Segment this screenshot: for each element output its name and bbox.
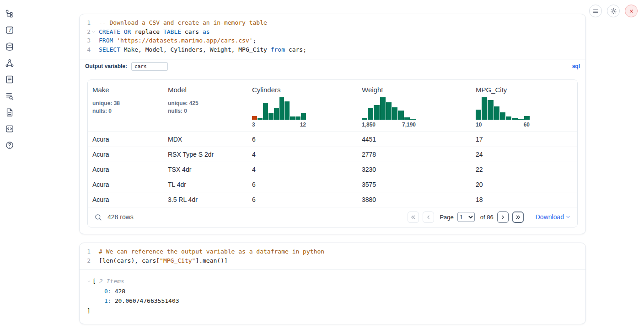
chevron-down-icon xyxy=(565,214,571,220)
column-label: Model xyxy=(168,86,243,94)
axis-max: 7,190 xyxy=(402,122,416,128)
download-button[interactable]: Download xyxy=(536,213,571,221)
column-header-cylinders[interactable]: Cylinders 3 12 xyxy=(247,80,357,132)
stat-nulls: nulls: 0 xyxy=(168,107,243,115)
last-page-button[interactable] xyxy=(512,211,524,223)
cell-weight: 3575 xyxy=(357,177,471,192)
table-of-contents-icon[interactable] xyxy=(5,91,14,100)
snippets-icon[interactable] xyxy=(5,124,14,133)
entry-key: 0 xyxy=(104,286,108,296)
dependencies-icon[interactable] xyxy=(5,58,14,68)
histogram-axis: 3 12 xyxy=(252,122,306,128)
help-icon[interactable] xyxy=(5,141,14,150)
topbar-actions xyxy=(589,5,638,17)
column-header-mpg-city[interactable]: MPG_City 10 60 xyxy=(471,80,578,132)
cell-model: RSX Type S 2dr xyxy=(163,147,247,162)
cell-cylinders: 6 xyxy=(247,132,357,147)
next-page-button[interactable] xyxy=(497,211,509,223)
collapse-chevron-icon[interactable] xyxy=(87,279,92,283)
axis-min: 1,850 xyxy=(362,122,376,128)
fold-slot xyxy=(91,256,96,265)
python-string: "MPG_City" xyxy=(160,257,195,264)
menu-button[interactable] xyxy=(589,5,602,17)
histogram-axis: 10 60 xyxy=(476,122,530,128)
cell-cylinders: 6 xyxy=(247,177,357,192)
fold-slot xyxy=(91,45,96,54)
table-row[interactable]: Acura TL 4dr 6 3575 20 xyxy=(88,177,578,192)
documentation-icon[interactable] xyxy=(5,108,14,117)
data-sources-icon[interactable] xyxy=(5,42,14,51)
line-number: 3 xyxy=(80,36,91,45)
row-count: 428 rows xyxy=(107,213,134,221)
first-page-button[interactable] xyxy=(408,211,419,223)
cell-weight: 2778 xyxy=(357,147,471,162)
cell-model: TL 4dr xyxy=(163,177,247,192)
fold-slot xyxy=(91,36,96,45)
output-variable-row: Output variable: sql xyxy=(80,59,585,74)
sql-keyword: FROM xyxy=(99,37,113,44)
notebook: 1 -- Download a CSV and create an in-mem… xyxy=(79,14,586,324)
axis-min: 10 xyxy=(476,122,482,128)
code-editor[interactable]: 1 # We can reference the output variable… xyxy=(80,243,585,270)
page-select[interactable]: 1 xyxy=(457,212,475,222)
cell-make: Acura xyxy=(88,192,163,207)
sidebar: f xyxy=(0,0,19,150)
output-variable-input[interactable] xyxy=(131,62,168,71)
cell-make: Acura xyxy=(88,147,163,162)
line-number: 4 xyxy=(80,45,91,54)
axis-max: 60 xyxy=(524,122,530,128)
weight-histogram[interactable] xyxy=(362,97,416,120)
histogram-axis: 1,850 7,190 xyxy=(362,122,416,128)
axis-max: 12 xyxy=(300,122,306,128)
cell-cylinders: 4 xyxy=(247,162,357,177)
table-row[interactable]: Acura RSX Type S 2dr 4 2778 24 xyxy=(88,147,578,162)
entry-value: 20.060747663551403 xyxy=(115,296,179,306)
axis-min: 3 xyxy=(252,122,255,128)
sql-keyword: from xyxy=(271,46,285,53)
table-footer: 428 rows Page 1 of 86 xyxy=(88,207,577,227)
mpg-city-histogram[interactable] xyxy=(476,97,530,120)
fold-chevron-icon[interactable] xyxy=(91,27,96,37)
variables-icon[interactable]: f xyxy=(5,26,14,35)
stat-nulls: nulls: 0 xyxy=(92,107,159,115)
cell-model: TSX 4dr xyxy=(163,162,247,177)
cell-model: 3.5 RL 4dr xyxy=(163,192,247,207)
cylinders-histogram[interactable] xyxy=(252,97,306,120)
cell-mpg-city: 20 xyxy=(471,177,578,192)
code-editor[interactable]: 1 -- Download a CSV and create an in-mem… xyxy=(80,14,585,59)
code-line: 1 # We can reference the output variable… xyxy=(80,247,585,256)
cell-cylinders: 4 xyxy=(247,147,357,162)
column-header-make[interactable]: Make unique: 38 nulls: 0 xyxy=(88,80,163,132)
cell-make: Acura xyxy=(88,177,163,192)
column-header-model[interactable]: Model unique: 425 nulls: 0 xyxy=(163,80,247,132)
cell-model: MDX xyxy=(163,132,247,147)
previous-page-button[interactable] xyxy=(423,211,434,223)
column-label: Cylinders xyxy=(252,86,353,94)
table-row[interactable]: Acura TSX 4dr 4 3230 22 xyxy=(88,162,578,177)
sql-keyword: SELECT xyxy=(99,46,120,53)
cell-make: Acura xyxy=(88,132,163,147)
search-icon[interactable] xyxy=(94,213,102,221)
cell-mpg-city: 18 xyxy=(471,192,578,207)
scratchpad-icon[interactable] xyxy=(5,75,14,84)
code-line: 1 -- Download a CSV and create an in-mem… xyxy=(80,18,585,27)
cell-mpg-city: 22 xyxy=(471,162,578,177)
language-badge[interactable]: sql xyxy=(572,63,580,69)
shutdown-button[interactable] xyxy=(625,5,638,17)
cell-mpg-city: 24 xyxy=(471,147,578,162)
dataframe-table: Make unique: 38 nulls: 0 Model unique: 4… xyxy=(87,79,578,227)
column-header-weight[interactable]: Weight 1,850 7,190 xyxy=(357,80,471,132)
bracket-open: [ xyxy=(92,276,96,286)
settings-button[interactable] xyxy=(607,5,620,17)
table-row[interactable]: Acura 3.5 RL 4dr 6 3880 18 xyxy=(88,192,578,207)
stat-unique: unique: 38 xyxy=(92,100,159,107)
cell-weight: 3230 xyxy=(357,162,471,177)
file-tree-icon[interactable] xyxy=(5,9,14,18)
output-variable-label: Output variable: xyxy=(85,63,127,69)
python-comment: # We can reference the output variable a… xyxy=(99,248,324,255)
code-line: 3 FROM 'https://datasets.marimo.app/cars… xyxy=(80,36,585,45)
download-label: Download xyxy=(536,213,564,221)
entry-key: 1 xyxy=(104,296,108,306)
python-cell: 1 # We can reference the output variable… xyxy=(79,243,586,324)
table-row[interactable]: Acura MDX 6 4451 17 xyxy=(88,132,578,147)
